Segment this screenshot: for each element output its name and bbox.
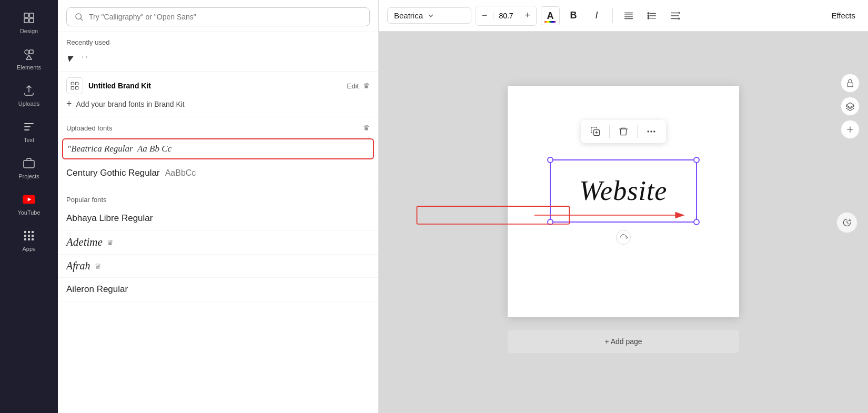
text-icon xyxy=(22,119,36,134)
text-box-selected[interactable]: Website xyxy=(550,159,697,223)
abhaya-display: Abhaya Libre Regular xyxy=(66,213,153,223)
svg-point-19 xyxy=(76,14,82,19)
sidebar-item-design[interactable]: Design xyxy=(0,4,58,41)
svg-rect-18 xyxy=(32,238,34,240)
century-gothic-preview: AaBbCc xyxy=(165,168,196,178)
text-color-A: A xyxy=(547,11,554,21)
svg-rect-0 xyxy=(24,13,28,17)
font-size-increase[interactable]: + xyxy=(519,6,536,25)
svg-point-4 xyxy=(25,50,29,54)
font-search-bar xyxy=(58,0,378,32)
font-item-adetime[interactable]: Adetime ♛ xyxy=(58,230,378,255)
font-selector[interactable]: Beatrica xyxy=(387,7,471,24)
add-brand-row[interactable]: + Add your brand fonts in Brand Kit xyxy=(66,94,370,112)
list-button[interactable] xyxy=(642,6,661,25)
canvas-content: Website + Add page xyxy=(508,86,739,359)
svg-rect-12 xyxy=(32,231,34,233)
brand-kit-actions: Edit ♛ xyxy=(347,82,370,90)
svg-rect-1 xyxy=(29,13,34,17)
svg-rect-15 xyxy=(32,235,34,237)
font-size-control: − + xyxy=(476,6,537,26)
sidebar-item-uploads[interactable]: Uploads xyxy=(0,77,58,113)
handle-top-right[interactable] xyxy=(693,157,700,163)
side-rotate-button[interactable] xyxy=(836,212,857,233)
uploaded-fonts-label: Uploaded fonts xyxy=(66,124,112,132)
svg-rect-16 xyxy=(24,238,26,240)
rotate-handle[interactable] xyxy=(616,230,631,245)
add-page-button[interactable]: + Add page xyxy=(508,330,739,353)
svg-rect-21 xyxy=(76,82,78,85)
sidebar-label-design: Design xyxy=(20,28,38,34)
svg-rect-23 xyxy=(76,87,78,89)
handle-bottom-left[interactable] xyxy=(547,219,553,225)
font-item-aileron[interactable]: Aileron Regular xyxy=(58,278,378,301)
canvas-wrapper: Website + Add page xyxy=(379,32,868,413)
recent-font-preview-2: '' xyxy=(80,55,89,63)
italic-button[interactable]: I xyxy=(587,6,606,25)
font-item-abhaya[interactable]: Abhaya Libre Regular xyxy=(58,207,378,230)
font-search-wrapper[interactable] xyxy=(66,7,370,26)
svg-rect-2 xyxy=(24,18,28,23)
font-item-afrah[interactable]: Afrah ♛ xyxy=(58,255,378,278)
delete-button[interactable] xyxy=(615,123,632,140)
font-size-input[interactable] xyxy=(493,12,519,20)
century-gothic-display: Century Gothic Regular xyxy=(66,168,160,178)
search-icon xyxy=(74,12,84,22)
svg-point-30 xyxy=(650,130,652,132)
lock-button[interactable] xyxy=(841,74,860,93)
adetime-display: Adetime xyxy=(66,236,103,249)
add-icon xyxy=(845,125,855,134)
rotate-icon xyxy=(619,233,628,241)
main-toolbar: Beatrica − + A B I xyxy=(379,0,868,32)
svg-rect-17 xyxy=(28,238,30,240)
text-color-button[interactable]: A xyxy=(541,6,560,25)
color-rainbow-underline xyxy=(544,21,556,23)
svg-rect-7 xyxy=(24,160,34,168)
font-panel: Recently used ▾ '' Untitled Brand Kit Ed… xyxy=(58,0,379,413)
text-box-content: Website xyxy=(551,160,696,221)
svg-rect-11 xyxy=(28,231,30,233)
delete-icon xyxy=(618,126,629,137)
svg-point-26 xyxy=(648,17,649,19)
sidebar-item-projects[interactable]: Projects xyxy=(0,149,58,186)
font-item-beatrica[interactable]: "Beatrica Regular Aa Bb Cc xyxy=(62,138,374,159)
popular-fonts-section: Popular fonts Abhaya Libre Regular Adeti… xyxy=(58,185,378,301)
add-brand-label: Add your brand fonts in Brand Kit xyxy=(76,100,185,108)
bold-button[interactable]: B xyxy=(564,6,583,25)
align-button[interactable] xyxy=(619,6,638,25)
effects-button[interactable]: Effects xyxy=(827,11,860,20)
brand-kit-section: Untitled Brand Kit Edit ♛ + Add your bra… xyxy=(58,72,378,117)
handle-bottom-right[interactable] xyxy=(693,219,700,225)
side-rotate-icon xyxy=(842,217,852,228)
brand-kit-edit[interactable]: Edit xyxy=(347,82,359,90)
font-search-input[interactable] xyxy=(89,13,362,21)
more-options-button[interactable] xyxy=(643,123,660,140)
sidebar-item-elements[interactable]: Elements xyxy=(0,41,58,77)
sidebar-item-youtube[interactable]: YouTube xyxy=(0,186,58,222)
youtube-icon xyxy=(22,192,36,207)
font-size-decrease[interactable]: − xyxy=(476,6,493,25)
line-spacing-button[interactable] xyxy=(665,6,684,25)
font-item-century-gothic[interactable]: Century Gothic Regular AaBbCc xyxy=(58,162,378,185)
aileron-display: Aileron Regular xyxy=(66,284,128,294)
add-button[interactable] xyxy=(841,120,860,139)
sidebar-item-apps[interactable]: Apps xyxy=(0,222,58,258)
copy-to-button[interactable] xyxy=(587,123,604,140)
float-toolbar-divider-2 xyxy=(637,125,638,138)
century-gothic-name-row: Century Gothic Regular AaBbCc xyxy=(66,168,370,178)
svg-rect-27 xyxy=(847,83,853,87)
svg-rect-22 xyxy=(71,87,74,89)
layers-button[interactable] xyxy=(841,97,860,116)
sidebar-item-text[interactable]: Text xyxy=(0,113,58,149)
uploaded-fonts-header: Uploaded fonts ♛ xyxy=(58,117,378,136)
svg-rect-14 xyxy=(28,235,30,237)
sidebar-label-apps: Apps xyxy=(22,246,35,252)
font-list: Recently used ▾ '' Untitled Brand Kit Ed… xyxy=(58,32,378,413)
svg-point-29 xyxy=(648,130,649,132)
beatrica-name-row: "Beatrica Regular Aa Bb Cc xyxy=(67,144,369,154)
svg-point-24 xyxy=(648,13,649,14)
lock-icon xyxy=(845,78,855,88)
handle-top-left[interactable] xyxy=(547,157,553,163)
font-panel-scroll: Recently used ▾ '' Untitled Brand Kit Ed… xyxy=(58,32,378,413)
svg-rect-3 xyxy=(29,18,34,23)
